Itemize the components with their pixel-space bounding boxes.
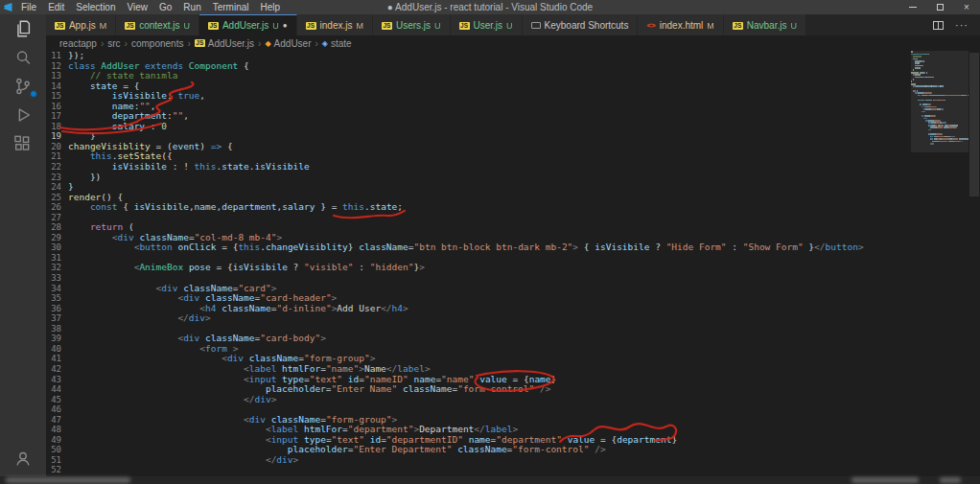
line-number: 13 xyxy=(46,71,61,81)
javascript-file-icon: JS xyxy=(195,39,205,47)
line-number: 17 xyxy=(46,111,61,122)
tab-index-html[interactable]: <> index.html M xyxy=(638,14,723,35)
git-status-letter: U xyxy=(506,21,513,31)
search-icon[interactable] xyxy=(0,43,46,72)
menu-view[interactable]: View xyxy=(122,0,154,14)
code-line: 22 isVisibile : ! this.state.isVisibile xyxy=(46,162,909,173)
menubar: File Edit Selection View Go Run Terminal… xyxy=(15,0,286,14)
statusbar-redacted-right xyxy=(852,477,919,483)
line-number: 42 xyxy=(46,364,61,375)
menu-run[interactable]: Run xyxy=(177,0,206,14)
line-number: 39 xyxy=(46,334,61,344)
minimize-icon[interactable] xyxy=(899,0,926,14)
split-editor-icon[interactable] xyxy=(933,21,944,30)
editor-actions: ··· xyxy=(922,14,980,35)
tab-index-js[interactable]: JS index.js M xyxy=(297,14,373,35)
chevron-right-icon: › xyxy=(315,38,318,49)
vscode-logo-icon xyxy=(0,0,15,14)
code-line: 51 </div> xyxy=(46,455,909,466)
titlebar: File Edit Selection View Go Run Terminal… xyxy=(0,0,980,14)
code-line: 45 </div> xyxy=(46,395,909,405)
menu-selection[interactable]: Selection xyxy=(70,0,121,14)
line-number: 52 xyxy=(46,465,61,475)
git-status-letter: U xyxy=(272,21,279,31)
menu-file[interactable]: File xyxy=(15,0,42,14)
menu-terminal[interactable]: Terminal xyxy=(207,0,255,14)
git-status-letter: U xyxy=(434,21,441,31)
tab-label: index.html xyxy=(660,20,704,31)
line-number: 35 xyxy=(46,293,61,304)
javascript-file-icon: JS xyxy=(125,22,135,30)
field-symbol-icon: ◈ xyxy=(322,39,328,48)
menu-go[interactable]: Go xyxy=(153,0,177,14)
tab-label: App.js xyxy=(69,20,96,31)
minimap-slider[interactable] xyxy=(911,51,968,152)
line-number: 33 xyxy=(46,273,61,284)
tab-navbar-js[interactable]: JS Navbar.js U xyxy=(724,14,806,35)
line-number: 25 xyxy=(46,193,61,203)
breadcrumb-src[interactable]: src xyxy=(107,38,120,49)
run-and-debug-icon[interactable] xyxy=(0,101,46,129)
tab-bar: JS App.js M JS context.js U JS AddUser.j… xyxy=(46,14,980,35)
line-number: 16 xyxy=(46,102,61,112)
tab-users-js[interactable]: JS Users.js U xyxy=(373,14,451,35)
tab-app-js[interactable]: JS App.js M xyxy=(46,14,116,35)
breadcrumb-class[interactable]: ◆ AddUser xyxy=(265,38,311,49)
maximize-icon[interactable] xyxy=(926,0,953,14)
tab-adduser-js[interactable]: JS AddUser.js U ● xyxy=(199,14,297,35)
window-controls: × xyxy=(899,0,980,14)
status-bar xyxy=(0,476,980,484)
tab-label: Users.js xyxy=(396,20,431,31)
javascript-file-icon: JS xyxy=(208,22,219,30)
breadcrumb-state-label: state xyxy=(331,38,352,49)
code-line: 20changeVisiblity = (event) => { xyxy=(46,142,909,152)
line-number: 19 xyxy=(46,131,61,142)
code-line: 18 salary : 0 xyxy=(46,122,909,132)
explorer-icon[interactable] xyxy=(0,14,46,43)
code-line: 23 }) xyxy=(46,173,909,183)
tab-label: context.js xyxy=(139,20,179,31)
scrollbar-thumb[interactable] xyxy=(969,53,979,196)
tab-user-js[interactable]: JS User.js U xyxy=(451,14,523,35)
breadcrumb-symbol-state[interactable]: ◈ state xyxy=(322,38,352,49)
code-line: 32 <AnimeBox pose = {isVisibile ? "visib… xyxy=(46,263,909,273)
account-icon[interactable] xyxy=(0,444,46,472)
tab-keyboard-shortcuts[interactable]: Keyboard Shortcuts xyxy=(523,14,639,35)
breadcrumb-reactapp[interactable]: reactapp xyxy=(59,38,97,49)
html-file-icon: <> xyxy=(646,21,655,30)
git-status-letter: M xyxy=(356,21,363,31)
close-icon[interactable]: × xyxy=(953,0,980,14)
play-icon xyxy=(12,104,34,126)
tab-label: AddUser.js xyxy=(222,20,268,31)
line-number: 50 xyxy=(46,445,61,455)
line-number: 43 xyxy=(46,375,61,385)
breadcrumb: reactapp › src › components › JS AddUser… xyxy=(46,35,980,51)
code-editor-area[interactable]: 11});12class AddUser extends Component {… xyxy=(46,51,909,476)
files-icon xyxy=(12,18,34,39)
chevron-right-icon: › xyxy=(187,38,190,49)
code-line: 30 <button onClick = {this.changeVisibli… xyxy=(46,242,909,253)
line-number: 24 xyxy=(46,182,61,193)
more-actions-icon[interactable]: ··· xyxy=(955,21,968,29)
statusbar-redacted-right-2 xyxy=(940,477,961,483)
tab-label: Navbar.js xyxy=(747,20,787,31)
line-number: 38 xyxy=(46,324,61,334)
breadcrumb-file[interactable]: JS AddUser.js xyxy=(195,38,254,49)
scm-badge xyxy=(30,90,37,98)
line-number: 20 xyxy=(46,142,61,152)
magnifier-icon xyxy=(12,47,34,68)
menu-edit[interactable]: Edit xyxy=(42,0,70,14)
javascript-file-icon: JS xyxy=(382,22,392,30)
keyboard-icon xyxy=(531,22,541,29)
breadcrumb-components[interactable]: components xyxy=(131,38,183,49)
tab-context-js[interactable]: JS context.js U xyxy=(116,14,199,35)
menu-help[interactable]: Help xyxy=(255,0,287,14)
activity-bar xyxy=(0,14,46,476)
extensions-icon[interactable] xyxy=(0,129,46,158)
code-line: 26 const { isVisibile,name,department,sa… xyxy=(46,202,909,213)
line-number: 36 xyxy=(46,304,61,314)
line-number: 32 xyxy=(46,263,61,273)
source-control-icon[interactable] xyxy=(0,72,46,101)
line-number: 34 xyxy=(46,284,61,294)
git-status-letter: M xyxy=(707,21,714,31)
